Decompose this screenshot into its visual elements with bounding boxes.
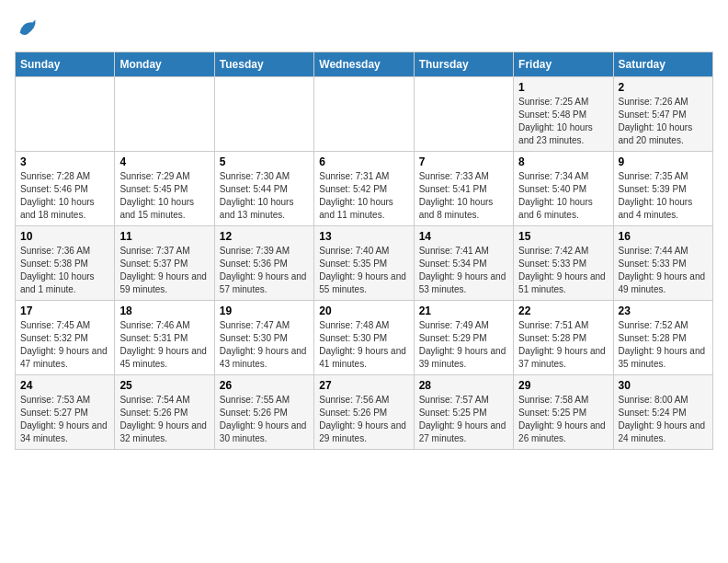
- day-number: 8: [518, 155, 608, 168]
- day-number: 27: [319, 379, 408, 392]
- day-info: Sunrise: 7:34 AM Sunset: 5:40 PM Dayligh…: [518, 170, 608, 222]
- day-number: 11: [119, 230, 209, 243]
- day-number: 24: [20, 379, 109, 392]
- calendar-cell: 17Sunrise: 7:45 AM Sunset: 5:32 PM Dayli…: [16, 301, 115, 375]
- calendar-cell: 29Sunrise: 7:58 AM Sunset: 5:25 PM Dayli…: [514, 375, 613, 450]
- day-info: Sunrise: 7:56 AM Sunset: 5:26 PM Dayligh…: [319, 394, 408, 445]
- calendar-cell: 2Sunrise: 7:26 AM Sunset: 5:47 PM Daylig…: [613, 77, 712, 152]
- calendar-cell: 10Sunrise: 7:36 AM Sunset: 5:38 PM Dayli…: [16, 226, 115, 301]
- day-number: 14: [419, 230, 508, 243]
- calendar-cell: [414, 77, 513, 152]
- day-info: Sunrise: 8:00 AM Sunset: 5:24 PM Dayligh…: [619, 394, 708, 445]
- day-number: 26: [220, 379, 309, 392]
- day-info: Sunrise: 7:53 AM Sunset: 5:27 PM Dayligh…: [20, 394, 109, 445]
- calendar-cell: 21Sunrise: 7:49 AM Sunset: 5:29 PM Dayli…: [414, 301, 513, 375]
- calendar-cell: [214, 77, 313, 152]
- calendar-week-row: 10Sunrise: 7:36 AM Sunset: 5:38 PM Dayli…: [16, 226, 713, 301]
- day-info: Sunrise: 7:55 AM Sunset: 5:26 PM Dayligh…: [220, 394, 309, 445]
- calendar-cell: 15Sunrise: 7:42 AM Sunset: 5:33 PM Dayli…: [514, 226, 613, 301]
- day-number: 28: [419, 379, 508, 392]
- day-info: Sunrise: 7:52 AM Sunset: 5:28 PM Dayligh…: [619, 319, 708, 371]
- day-number: 25: [119, 379, 209, 392]
- day-info: Sunrise: 7:31 AM Sunset: 5:42 PM Dayligh…: [319, 170, 408, 222]
- day-info: Sunrise: 7:42 AM Sunset: 5:33 PM Dayligh…: [518, 245, 608, 296]
- day-number: 19: [220, 304, 309, 317]
- day-info: Sunrise: 7:48 AM Sunset: 5:30 PM Dayligh…: [319, 319, 408, 371]
- calendar-cell: 5Sunrise: 7:30 AM Sunset: 5:44 PM Daylig…: [214, 152, 313, 226]
- calendar-cell: 7Sunrise: 7:33 AM Sunset: 5:41 PM Daylig…: [414, 152, 513, 226]
- day-info: Sunrise: 7:37 AM Sunset: 5:37 PM Dayligh…: [119, 245, 209, 296]
- day-number: 18: [119, 304, 209, 317]
- day-number: 3: [20, 155, 109, 168]
- calendar-cell: 19Sunrise: 7:47 AM Sunset: 5:30 PM Dayli…: [214, 301, 313, 375]
- calendar-cell: 14Sunrise: 7:41 AM Sunset: 5:34 PM Dayli…: [414, 226, 513, 301]
- day-info: Sunrise: 7:47 AM Sunset: 5:30 PM Dayligh…: [220, 319, 309, 371]
- day-info: Sunrise: 7:30 AM Sunset: 5:44 PM Dayligh…: [220, 170, 309, 222]
- calendar-cell: 9Sunrise: 7:35 AM Sunset: 5:39 PM Daylig…: [613, 152, 712, 226]
- day-info: Sunrise: 7:33 AM Sunset: 5:41 PM Dayligh…: [419, 170, 508, 222]
- day-number: 13: [319, 230, 408, 243]
- day-number: 7: [419, 155, 508, 168]
- day-number: 10: [20, 230, 109, 243]
- calendar-week-row: 24Sunrise: 7:53 AM Sunset: 5:27 PM Dayli…: [16, 375, 713, 450]
- calendar-week-row: 17Sunrise: 7:45 AM Sunset: 5:32 PM Dayli…: [16, 301, 713, 375]
- calendar-cell: 3Sunrise: 7:28 AM Sunset: 5:46 PM Daylig…: [16, 152, 115, 226]
- col-header-saturday: Saturday: [613, 52, 712, 77]
- day-number: 23: [619, 304, 708, 317]
- day-info: Sunrise: 7:41 AM Sunset: 5:34 PM Dayligh…: [419, 245, 508, 296]
- calendar-cell: 25Sunrise: 7:54 AM Sunset: 5:26 PM Dayli…: [115, 375, 214, 450]
- col-header-sunday: Sunday: [16, 52, 115, 77]
- calendar-cell: [16, 77, 115, 152]
- day-info: Sunrise: 7:29 AM Sunset: 5:45 PM Dayligh…: [119, 170, 209, 222]
- calendar-cell: 30Sunrise: 8:00 AM Sunset: 5:24 PM Dayli…: [613, 375, 712, 450]
- day-info: Sunrise: 7:57 AM Sunset: 5:25 PM Dayligh…: [419, 394, 508, 445]
- calendar-cell: 1Sunrise: 7:25 AM Sunset: 5:48 PM Daylig…: [514, 77, 613, 152]
- logo-bird-icon: [15, 15, 40, 40]
- calendar-cell: 18Sunrise: 7:46 AM Sunset: 5:31 PM Dayli…: [115, 301, 214, 375]
- day-info: Sunrise: 7:36 AM Sunset: 5:38 PM Dayligh…: [20, 245, 109, 296]
- day-info: Sunrise: 7:44 AM Sunset: 5:33 PM Dayligh…: [619, 245, 708, 296]
- calendar-cell: 22Sunrise: 7:51 AM Sunset: 5:28 PM Dayli…: [514, 301, 613, 375]
- day-number: 12: [220, 230, 309, 243]
- day-number: 9: [619, 155, 708, 168]
- day-info: Sunrise: 7:39 AM Sunset: 5:36 PM Dayligh…: [220, 245, 309, 296]
- calendar-cell: [314, 77, 414, 152]
- calendar-week-row: 3Sunrise: 7:28 AM Sunset: 5:46 PM Daylig…: [16, 152, 713, 226]
- day-info: Sunrise: 7:35 AM Sunset: 5:39 PM Dayligh…: [619, 170, 708, 222]
- calendar-header-row: SundayMondayTuesdayWednesdayThursdayFrid…: [16, 52, 713, 77]
- col-header-tuesday: Tuesday: [214, 52, 313, 77]
- day-info: Sunrise: 7:54 AM Sunset: 5:26 PM Dayligh…: [119, 394, 209, 445]
- day-number: 16: [619, 230, 708, 243]
- calendar-cell: 28Sunrise: 7:57 AM Sunset: 5:25 PM Dayli…: [414, 375, 513, 450]
- day-number: 5: [220, 155, 309, 168]
- day-info: Sunrise: 7:25 AM Sunset: 5:48 PM Dayligh…: [518, 96, 608, 147]
- calendar-cell: 24Sunrise: 7:53 AM Sunset: 5:27 PM Dayli…: [16, 375, 115, 450]
- calendar-cell: 13Sunrise: 7:40 AM Sunset: 5:35 PM Dayli…: [314, 226, 414, 301]
- day-info: Sunrise: 7:51 AM Sunset: 5:28 PM Dayligh…: [518, 319, 608, 371]
- calendar-cell: 23Sunrise: 7:52 AM Sunset: 5:28 PM Dayli…: [613, 301, 712, 375]
- calendar-cell: 16Sunrise: 7:44 AM Sunset: 5:33 PM Dayli…: [613, 226, 712, 301]
- day-number: 2: [619, 81, 708, 94]
- day-info: Sunrise: 7:46 AM Sunset: 5:31 PM Dayligh…: [119, 319, 209, 371]
- page-header: [15, 15, 713, 40]
- day-number: 6: [319, 155, 408, 168]
- day-number: 20: [319, 304, 408, 317]
- calendar-cell: 11Sunrise: 7:37 AM Sunset: 5:37 PM Dayli…: [115, 226, 214, 301]
- day-number: 4: [119, 155, 209, 168]
- calendar-week-row: 1Sunrise: 7:25 AM Sunset: 5:48 PM Daylig…: [16, 77, 713, 152]
- col-header-thursday: Thursday: [414, 52, 513, 77]
- day-number: 30: [619, 379, 708, 392]
- calendar-cell: 27Sunrise: 7:56 AM Sunset: 5:26 PM Dayli…: [314, 375, 414, 450]
- day-number: 29: [518, 379, 608, 392]
- calendar-cell: 8Sunrise: 7:34 AM Sunset: 5:40 PM Daylig…: [514, 152, 613, 226]
- day-info: Sunrise: 7:28 AM Sunset: 5:46 PM Dayligh…: [20, 170, 109, 222]
- calendar-cell: 12Sunrise: 7:39 AM Sunset: 5:36 PM Dayli…: [214, 226, 313, 301]
- day-info: Sunrise: 7:45 AM Sunset: 5:32 PM Dayligh…: [20, 319, 109, 371]
- calendar-cell: 26Sunrise: 7:55 AM Sunset: 5:26 PM Dayli…: [214, 375, 313, 450]
- day-number: 17: [20, 304, 109, 317]
- logo: [15, 15, 44, 40]
- col-header-monday: Monday: [115, 52, 214, 77]
- day-number: 1: [518, 81, 608, 94]
- calendar-cell: [115, 77, 214, 152]
- day-info: Sunrise: 7:26 AM Sunset: 5:47 PM Dayligh…: [619, 96, 708, 147]
